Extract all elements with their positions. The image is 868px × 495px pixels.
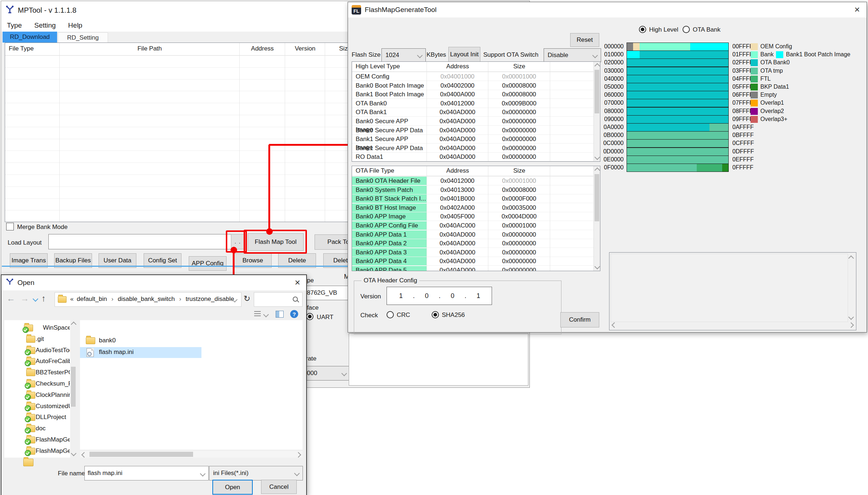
menu-help[interactable]: Help xyxy=(68,21,82,29)
nav-back-icon[interactable]: ← xyxy=(7,293,15,303)
sidebar-item-flashmapgene[interactable]: FlashMapGene xyxy=(4,446,70,457)
table-row[interactable]: Bank0 APP Data 40x040AD0000x00000000 xyxy=(352,257,600,266)
load-layout-input[interactable] xyxy=(48,234,232,249)
folder-tree-pane[interactable]: WinSpace.gitAudioTestToolAutoFreCalibraB… xyxy=(4,320,76,458)
file-type-filter-combo[interactable]: ini Files(*.ini) xyxy=(209,466,303,480)
table-row[interactable]: Bank0 Boot Patch Image0x040020000x000080… xyxy=(352,81,600,90)
cell-size[interactable]: 0x00035000 xyxy=(488,204,550,212)
cancel-button[interactable]: Cancel xyxy=(261,480,297,494)
cell-size[interactable]: 0x00000000 xyxy=(488,257,550,265)
cell-size[interactable]: 0x00000000 xyxy=(488,108,550,116)
tab-rd-setting[interactable]: RD_Setting xyxy=(58,32,108,43)
table-row[interactable]: OTA Bank10x040AD0000x00000000 xyxy=(352,108,600,117)
version-input[interactable]: 1 . 0 . 0 . 1 xyxy=(387,287,492,305)
log-scroll-up-icon[interactable] xyxy=(848,255,854,261)
cell-size[interactable]: 0x0004D000 xyxy=(488,212,550,221)
cell-address[interactable]: 0x040AD000 xyxy=(427,248,488,257)
flashmap-titlebar[interactable]: FL FlashMapGenerateTool × xyxy=(348,2,867,17)
cell-address[interactable]: 0x04012000 xyxy=(427,177,488,185)
cell-address[interactable]: 0x0405F000 xyxy=(427,212,488,221)
log-scroll-left-icon[interactable] xyxy=(612,322,617,328)
high-level-scrollbar[interactable] xyxy=(593,62,600,161)
cell-size[interactable]: 0x00000000 xyxy=(488,144,550,152)
list-item-bank0[interactable]: bank0 xyxy=(80,335,189,346)
cell-size[interactable]: 0x00000000 xyxy=(488,248,550,257)
log-scroll-right-icon[interactable] xyxy=(848,322,854,328)
sidebar-item-checksum-rtl[interactable]: Checksum_RTL xyxy=(4,379,70,390)
mptool-button-app-config[interactable]: APP Config xyxy=(189,256,227,271)
breadcrumb[interactable]: default_bin›disable_bank_switch›trustzon… xyxy=(77,295,234,303)
nav-up-icon[interactable]: ↑ xyxy=(41,293,46,303)
cell-size[interactable]: 0x00008000 xyxy=(488,186,550,194)
breadcrumb-bar[interactable]: « default_bin›disable_bank_switch›trustz… xyxy=(55,292,241,307)
table-row[interactable]: Bank0 Secure APP Data0x040AD0000x0000000… xyxy=(352,126,600,135)
cell-address[interactable]: 0x0401B000 xyxy=(427,194,488,203)
cell-size[interactable]: 0x00001000 xyxy=(488,221,550,230)
cell-address[interactable]: 0x0400A000 xyxy=(427,90,488,98)
cell-address[interactable]: 0x040AD000 xyxy=(427,117,488,125)
cell-size[interactable]: 0x00001000 xyxy=(488,72,550,81)
log-scroll-down-icon[interactable] xyxy=(848,314,854,320)
chip-type-input[interactable]: 8762G_VB xyxy=(304,286,352,300)
table-row[interactable]: OEM Config0x040010000x00001000 xyxy=(352,72,600,81)
cell-size[interactable]: 0x00000000 xyxy=(488,117,550,125)
table-row[interactable]: Bank0 Secure APP Image0x040AD0000x000000… xyxy=(352,117,600,126)
menu-setting[interactable]: Setting xyxy=(34,21,56,29)
crc-radio[interactable] xyxy=(387,311,394,318)
high-level-view-radio[interactable] xyxy=(639,26,646,33)
table-row[interactable]: Bank0 OTA Header File0x040120000x0000100… xyxy=(352,176,600,185)
table-row[interactable]: Bank1 Secure APP Data0x040AD0000x0000000… xyxy=(352,144,600,153)
cell-address[interactable]: 0x040AD000 xyxy=(427,239,488,248)
table-row[interactable]: Bank0 BT Stack Patch I...0x0401B0000x000… xyxy=(352,194,600,203)
cell-address[interactable]: 0x0402A000 xyxy=(427,204,488,212)
sidebar-item-autofrecalibra[interactable]: AutoFreCalibra xyxy=(4,357,70,367)
list-item-flash-map-ini[interactable]: flash map.ini xyxy=(80,347,201,358)
flash-size-combo[interactable]: 1024 xyxy=(381,48,426,62)
breadcrumb-item[interactable]: disable_bank_switch xyxy=(118,295,175,303)
cell-address[interactable]: 0x040AD000 xyxy=(427,108,488,116)
layout-init-button[interactable]: Layout Init xyxy=(448,47,480,62)
open-dialog-titlebar[interactable]: Open × xyxy=(1,275,306,290)
open-dialog-close-icon[interactable]: × xyxy=(290,277,305,288)
view-list-icon[interactable] xyxy=(254,311,261,317)
sidebar-item-clockplanning[interactable]: ClockPlanning xyxy=(4,390,70,401)
baudrate-combo[interactable]: 000 xyxy=(303,366,350,381)
cell-address[interactable]: 0x040AD000 xyxy=(427,257,488,265)
table-row[interactable]: Bank0 BT Host Image0x0402A0000x00035000 xyxy=(352,203,600,212)
cell-size[interactable]: 0x00008000 xyxy=(488,90,550,98)
tab-rd-download[interactable]: RD_Download xyxy=(3,32,57,43)
mptool-log-list[interactable] xyxy=(349,333,528,386)
cell-size[interactable]: 0x00000000 xyxy=(488,230,550,239)
cell-address[interactable]: 0x04001000 xyxy=(427,72,488,81)
sidebar-item-doc[interactable]: doc xyxy=(4,424,70,434)
cell-address[interactable]: 0x040AD000 xyxy=(427,266,488,271)
cell-size[interactable]: 0x00000000 xyxy=(488,126,550,134)
ota-file-scrollbar[interactable] xyxy=(593,166,600,271)
cell-size[interactable]: 0x00008000 xyxy=(488,81,550,90)
confirm-button[interactable]: Confirm xyxy=(560,312,599,327)
cell-address[interactable]: 0x040AD000 xyxy=(427,144,488,152)
table-row[interactable]: Bank0 APP Config File0x040AC0000x0000100… xyxy=(352,221,600,230)
sidebar-item-audiotesttool[interactable]: AudioTestTool xyxy=(4,346,70,356)
table-row[interactable]: Bank0 APP Data 10x040AD0000x00000000 xyxy=(352,230,600,239)
ota-file-table[interactable]: OTA File Type Address Size Bank0 OTA Hea… xyxy=(352,166,600,271)
table-row[interactable]: Bank0 APP Image0x0405F0000x0004D000 xyxy=(352,212,600,221)
cell-address[interactable]: 0x040AD000 xyxy=(427,126,488,134)
sidebar-item-flashmapgene[interactable]: FlashMapGene xyxy=(4,435,70,446)
reset-button[interactable]: Reset xyxy=(570,33,599,47)
file-list-pane[interactable]: bank0flash map.ini xyxy=(80,320,303,450)
view-options-chevron-icon[interactable] xyxy=(263,312,269,318)
menu-type[interactable]: Type xyxy=(7,21,22,29)
cell-size[interactable]: 0x0000F000 xyxy=(488,194,550,203)
file-pane-hscrollbar[interactable] xyxy=(80,451,303,458)
cell-address[interactable]: 0x04002000 xyxy=(427,81,488,90)
table-row[interactable]: Bank0 APP Data 30x040AD0000x00000000 xyxy=(352,248,600,257)
sidebar-item--git[interactable]: .git xyxy=(4,334,70,345)
sidebar-item-winspace[interactable]: WinSpace xyxy=(4,323,70,334)
table-row[interactable]: Bank0 APP Data 20x040AD0000x00000000 xyxy=(352,239,600,248)
preview-pane-icon[interactable] xyxy=(276,311,284,318)
file-name-input[interactable]: flash map.ini xyxy=(84,466,209,480)
table-row[interactable]: Bank1 Boot Patch Image0x0400A0000x000080… xyxy=(352,90,600,99)
search-input[interactable] xyxy=(254,292,303,307)
ota-switch-combo[interactable]: Disable xyxy=(544,48,601,62)
